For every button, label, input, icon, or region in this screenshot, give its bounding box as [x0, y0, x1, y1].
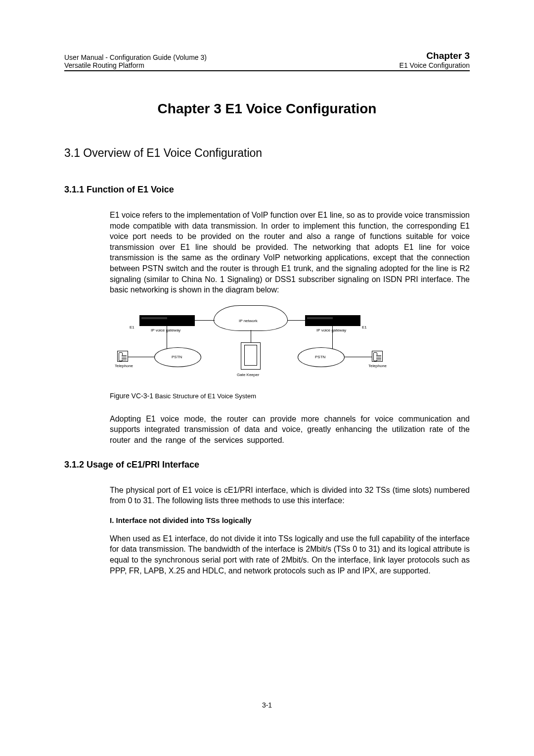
ip-voice-gateway-left-label: IP voice gateway	[151, 328, 180, 332]
header-divider	[64, 70, 470, 71]
connector-line	[345, 357, 372, 357]
connector-line	[195, 320, 215, 321]
chapter-title: Chapter 3 E1 Voice Configuration	[64, 101, 470, 117]
pstn-left-label: PSTN	[172, 355, 182, 359]
e1-left-label: E1	[130, 325, 134, 330]
network-diagram: IP network IP voice gateway IP voice gat…	[115, 305, 392, 387]
figure-caption: Figure VC-3-1 Basic Structure of E1 Voic…	[110, 392, 470, 400]
page-number: 3-1	[0, 701, 534, 709]
section-3-1-title: 3.1 Overview of E1 Voice Configuration	[64, 146, 470, 160]
connector-line	[332, 326, 333, 349]
header-chapter-label: Chapter 3	[400, 50, 470, 61]
gate-keeper-icon	[241, 342, 261, 370]
page-header: User Manual - Configuration Guide (Volum…	[64, 50, 470, 69]
e1-right-label: E1	[362, 325, 367, 330]
telephone-right-icon	[372, 351, 383, 362]
header-left-line1: User Manual - Configuration Guide (Volum…	[64, 53, 207, 61]
telephone-left-label: Telephone	[115, 364, 133, 368]
ip-voice-gateway-left-icon	[139, 315, 195, 326]
connector-line	[251, 330, 251, 342]
connector-line	[288, 320, 306, 321]
paragraph-1: E1 voice refers to the implementation of…	[110, 210, 470, 295]
section-3-1-2-title: 3.1.2 Usage of cE1/PRI Interface	[64, 460, 470, 470]
section-3-1-1-title: 3.1.1 Function of E1 Voice	[64, 185, 470, 195]
telephone-left-icon	[117, 351, 128, 362]
sub-I-title: I. Interface not divided into TSs logica…	[110, 516, 470, 524]
telephone-right-label: Telephone	[368, 364, 387, 368]
ip-network-label: IP network	[239, 319, 258, 323]
figure-vc-3-1: IP network IP voice gateway IP voice gat…	[110, 305, 470, 400]
connector-line	[128, 357, 155, 357]
paragraph-3: The physical port of E1 voice is cE1/PRI…	[110, 485, 470, 506]
ip-voice-gateway-right-label: IP voice gateway	[316, 328, 346, 332]
pstn-right-label: PSTN	[315, 355, 325, 359]
ip-network-cloud-icon	[214, 305, 288, 331]
connector-line	[167, 326, 167, 349]
figure-caption-text: Basic Structure of E1 Voice System	[153, 392, 256, 400]
header-chapter-sub: E1 Voice Configuration	[400, 61, 470, 69]
paragraph-2: Adopting E1 voice mode, the router can p…	[110, 414, 470, 446]
gate-keeper-label: Gate Keeper	[237, 373, 259, 377]
figure-caption-label: Figure VC-3-1	[110, 392, 153, 400]
ip-voice-gateway-right-icon	[305, 315, 360, 326]
header-left-line2: Versatile Routing Platform	[64, 61, 207, 69]
paragraph-4: When used as E1 interface, do not divide…	[110, 533, 470, 576]
